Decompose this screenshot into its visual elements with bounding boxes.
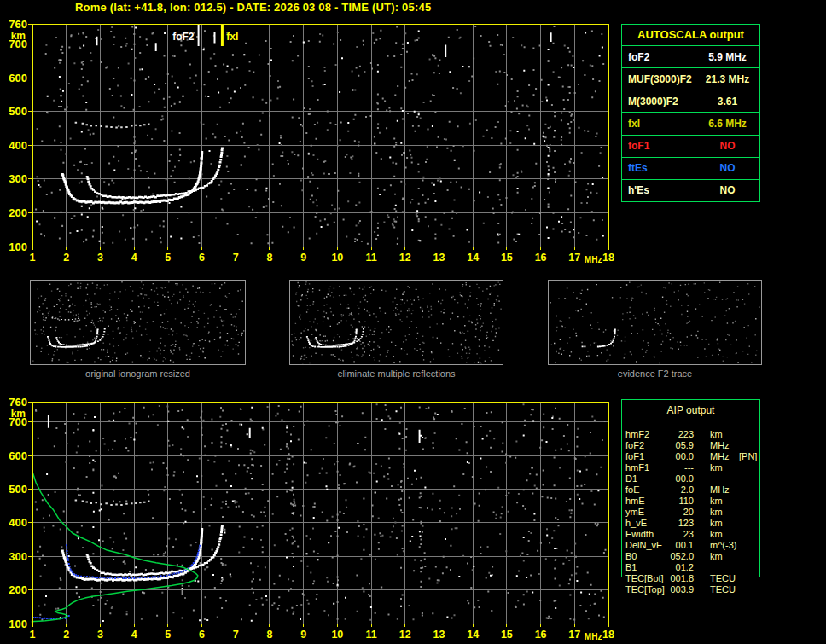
thumbnail-noise bbox=[32, 281, 240, 363]
aip-unit bbox=[710, 562, 739, 573]
fxI-marker-label: fxI bbox=[226, 31, 238, 43]
aip-row-tectop: TEC[Top]003.9TECU bbox=[621, 584, 771, 595]
aip-value: 23 bbox=[668, 529, 694, 540]
aip-extra bbox=[739, 496, 771, 507]
x-axis-tick-label: 9 bbox=[300, 629, 306, 641]
y-axis-tick-label: 300 bbox=[9, 550, 27, 563]
aip-unit: km bbox=[710, 496, 739, 507]
thumbnail-caption-original: original ionogram resized bbox=[30, 368, 246, 380]
x-axis-tick-label: 18 bbox=[602, 629, 614, 641]
autoscala-row-fxi: fxI6.6 MHz bbox=[622, 112, 759, 134]
y-axis-tick-label: 600 bbox=[9, 72, 27, 84]
thumbnail-caption-evidence: evidence F2 trace bbox=[548, 368, 762, 380]
thumbnail-noise bbox=[554, 284, 757, 363]
parameter-label: MUF(3000)F2 bbox=[622, 68, 695, 90]
aip-table-rows: hmF2223kmfoF205.9MHzfoF100.0MHz[PN]hmF1-… bbox=[621, 429, 771, 595]
aip-unit: TECU bbox=[710, 573, 739, 584]
second-hop-trace bbox=[75, 122, 150, 129]
x-axis-tick-label: 2 bbox=[63, 252, 69, 264]
x-axis-tick-label: 11 bbox=[365, 252, 376, 264]
aip-row-b0: B0052.0km bbox=[621, 551, 771, 562]
aip-label: TEC[Bot] bbox=[621, 573, 668, 584]
aip-label: ymE bbox=[621, 507, 668, 518]
x-axis-tick-label: 16 bbox=[535, 629, 547, 641]
parameter-value: NO bbox=[695, 136, 759, 157]
x-axis-tick-label: 10 bbox=[331, 252, 343, 264]
aip-value: 00.1 bbox=[668, 540, 694, 551]
aip-row-fof1: foF100.0MHz[PN] bbox=[621, 451, 771, 462]
x-axis-tick-label: 17 bbox=[568, 252, 580, 264]
thumbnail-noise bbox=[292, 282, 501, 364]
aip-extra bbox=[739, 440, 771, 451]
x-axis-tick-label: 7 bbox=[233, 629, 239, 641]
x-axis-tick-label: 15 bbox=[501, 252, 513, 264]
x-axis-tick-label: 9 bbox=[300, 252, 306, 264]
aip-row-tecbot: TEC[Bot]001.8TECU bbox=[621, 573, 771, 584]
x-axis-tick-label: 4 bbox=[131, 252, 137, 264]
noise-column-gray bbox=[59, 32, 572, 243]
x-axis-tick-label: 12 bbox=[399, 252, 411, 264]
aip-extra bbox=[739, 518, 771, 529]
aip-extra bbox=[739, 473, 771, 484]
aip-row-yme: ymE20km bbox=[621, 507, 771, 518]
aip-unit: km bbox=[710, 507, 739, 518]
aip-value: 003.9 bbox=[668, 584, 694, 595]
aip-value: 01.2 bbox=[668, 562, 694, 573]
aip-value: 052.0 bbox=[668, 551, 694, 562]
aip-extra bbox=[739, 551, 771, 562]
aip-unit: MHz bbox=[710, 451, 739, 462]
autoscala-output-table: AUTOSCALA output foF25.9 MHzMUF(3000)F22… bbox=[621, 24, 760, 202]
aip-extra: [PN] bbox=[739, 451, 771, 462]
x-axis-tick-label: 7 bbox=[233, 252, 239, 264]
x-axis-tick-label: 16 bbox=[535, 252, 547, 264]
y-axis-tick-label: 500 bbox=[9, 483, 27, 496]
second-hop-trace bbox=[75, 500, 150, 507]
aip-row-hme: hmE110km bbox=[621, 496, 771, 507]
thumbnail-noise bbox=[291, 281, 502, 363]
aip-row-hmf1: hmF1---km bbox=[621, 462, 771, 473]
thumbnail-trace bbox=[582, 328, 616, 347]
aip-value: --- bbox=[668, 462, 694, 473]
aip-extra bbox=[739, 484, 771, 496]
aip-extra bbox=[739, 462, 771, 473]
aip-label: Ewidth bbox=[621, 529, 668, 540]
aip-label: B1 bbox=[621, 562, 668, 573]
x-axis-tick-label: 10 bbox=[331, 629, 343, 641]
aip-row-d1: D100.0 bbox=[621, 473, 771, 484]
aip-extra bbox=[739, 584, 771, 595]
aip-unit bbox=[710, 473, 739, 484]
aip-unit: m^(-3) bbox=[710, 540, 739, 551]
y-axis-tick-label: 100 bbox=[9, 618, 27, 630]
autoscala-row-fof1: foF1NO bbox=[622, 135, 759, 157]
thumbnail-0 bbox=[31, 281, 246, 365]
x-axis-tick-label: 18 bbox=[602, 252, 614, 264]
aip-label: hmE bbox=[621, 496, 668, 507]
y-axis-tick-label: 100 bbox=[9, 241, 27, 253]
autoscala-row-ftes: ftEsNO bbox=[622, 157, 759, 179]
parameter-value: 5.9 MHz bbox=[695, 46, 759, 67]
x-axis-tick-label: 1 bbox=[30, 629, 36, 641]
parameter-label: fxI bbox=[622, 113, 695, 134]
noise-speckle-dark bbox=[38, 403, 603, 621]
aip-extra bbox=[739, 529, 771, 540]
aip-value: 223 bbox=[668, 429, 694, 440]
aip-label: foF2 bbox=[621, 440, 668, 451]
noise-column-gray bbox=[91, 407, 579, 620]
parameter-value: NO bbox=[695, 180, 759, 201]
aip-unit: km bbox=[710, 529, 739, 540]
y-axis-tick-label: 760 bbox=[9, 18, 27, 31]
aip-unit: TECU bbox=[710, 584, 739, 595]
y-axis-tick-label: 200 bbox=[9, 583, 27, 596]
y-axis-tick-label: 500 bbox=[9, 105, 27, 118]
noise-speckle-white bbox=[36, 32, 604, 242]
aip-label: B0 bbox=[621, 551, 668, 562]
parameter-value: 6.6 MHz bbox=[695, 113, 759, 134]
x-axis-tick-label: 15 bbox=[501, 629, 513, 641]
aip-row-hve: h_vE123km bbox=[621, 518, 771, 529]
aip-unit: MHz bbox=[710, 484, 739, 496]
x-axis-tick-label: 14 bbox=[467, 629, 479, 641]
aip-unit: km bbox=[710, 429, 739, 440]
y-axis-tick-label: 600 bbox=[9, 450, 27, 462]
x-axis-tick-label: 4 bbox=[131, 629, 137, 641]
autoscala-row-fof2: foF25.9 MHz bbox=[622, 46, 759, 67]
